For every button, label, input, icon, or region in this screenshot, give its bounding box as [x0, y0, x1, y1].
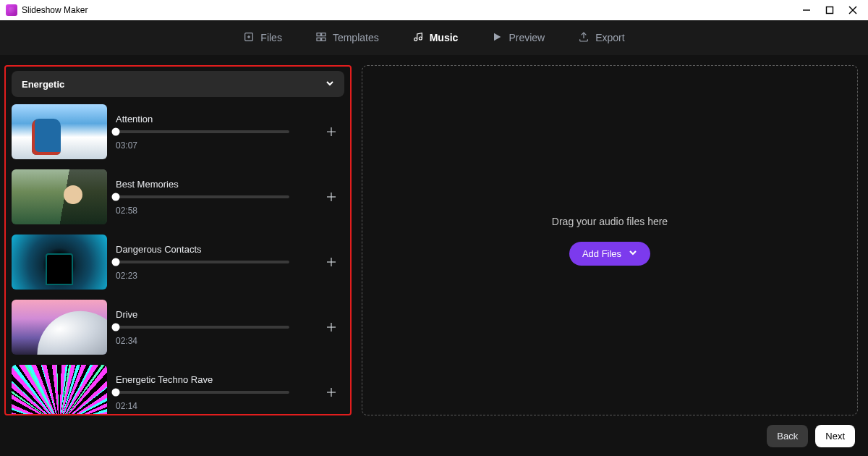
add-track-button[interactable] [323, 188, 340, 206]
chevron-down-icon [326, 79, 334, 90]
play-icon [491, 31, 503, 45]
track-thumbnail[interactable] [12, 169, 107, 224]
export-icon [578, 31, 590, 45]
templates-icon [315, 31, 327, 45]
back-button[interactable]: Back [767, 425, 808, 447]
nav-label: Export [595, 32, 624, 43]
track-title: Attention [116, 114, 314, 124]
nav-label: Music [430, 32, 459, 43]
category-label: Energetic [22, 79, 64, 90]
track-title: Best Memories [116, 179, 314, 190]
dropzone-hint: Drag your audio files here [552, 216, 668, 227]
close-icon[interactable] [848, 5, 858, 15]
add-track-button[interactable] [323, 384, 340, 401]
nav-templates[interactable]: Templates [315, 31, 379, 45]
svg-rect-9 [317, 38, 320, 41]
seek-slider[interactable] [116, 130, 289, 133]
app-icon [6, 4, 17, 16]
add-track-button[interactable] [323, 318, 340, 336]
track-duration: 02:14 [116, 401, 314, 411]
nav-music[interactable]: Music [412, 31, 459, 45]
nav-export[interactable]: Export [578, 31, 624, 45]
minimize-icon[interactable] [801, 5, 812, 15]
track-thumbnail[interactable] [12, 235, 107, 290]
nav-label: Templates [333, 32, 379, 43]
track-row: Attention 03:07 [12, 104, 344, 159]
seek-slider[interactable] [116, 261, 289, 263]
footer: Back Next [0, 415, 868, 456]
track-title: Dangerous Contacts [116, 244, 314, 255]
music-icon [412, 31, 424, 45]
track-title: Drive [116, 309, 314, 320]
seek-slider[interactable] [116, 391, 289, 394]
chevron-down-icon [629, 248, 637, 259]
track-thumbnail[interactable] [12, 365, 107, 415]
nav-preview[interactable]: Preview [491, 31, 545, 45]
track-row: Dangerous Contacts 02:23 [12, 235, 344, 290]
track-thumbnail[interactable] [12, 300, 107, 355]
seek-slider[interactable] [116, 195, 289, 198]
svg-rect-10 [322, 38, 326, 41]
seek-slider[interactable] [116, 326, 289, 329]
window-title: Slideshow Maker [22, 5, 88, 15]
window-titlebar: Slideshow Maker [0, 0, 868, 20]
audio-dropzone[interactable]: Drag your audio files here Add Files [362, 65, 858, 415]
category-dropdown[interactable]: Energetic [12, 71, 344, 97]
top-nav: Files Templates Music Preview Export [0, 20, 868, 55]
track-row: Best Memories 02:58 [12, 169, 344, 224]
track-duration: 02:34 [116, 336, 314, 346]
track-title: Energetic Techno Rave [116, 374, 314, 385]
nav-files[interactable]: Files [243, 31, 282, 45]
nav-label: Preview [509, 32, 545, 43]
add-file-icon [243, 31, 255, 45]
track-thumbnail[interactable] [12, 104, 107, 159]
add-track-button[interactable] [323, 123, 340, 140]
add-files-button[interactable]: Add Files [569, 242, 650, 266]
track-duration: 02:23 [116, 271, 314, 281]
music-library-panel: Energetic Attention 03:07 Best Memo [4, 65, 352, 415]
track-row: Energetic Techno Rave 02:14 [12, 365, 344, 415]
svg-rect-8 [322, 33, 326, 35]
add-files-label: Add Files [582, 248, 621, 259]
svg-marker-13 [494, 33, 501, 41]
nav-label: Files [260, 32, 282, 43]
svg-rect-1 [827, 7, 833, 14]
add-track-button[interactable] [323, 253, 340, 271]
track-duration: 03:07 [116, 140, 314, 151]
svg-rect-7 [317, 33, 320, 35]
maximize-icon[interactable] [825, 5, 835, 15]
track-duration: 02:58 [116, 206, 314, 216]
track-row: Drive 02:34 [12, 300, 344, 355]
next-button[interactable]: Next [815, 425, 855, 447]
